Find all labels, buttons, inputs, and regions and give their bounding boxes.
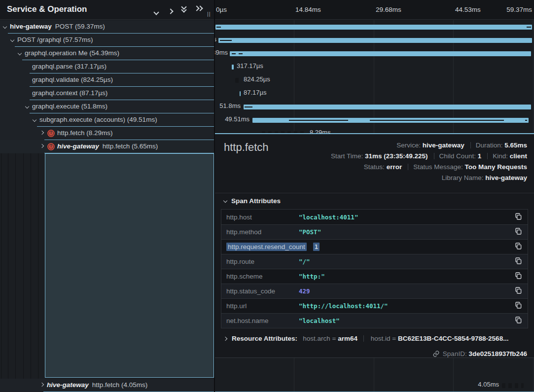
copy-icon[interactable] — [514, 286, 524, 296]
span-name: subgraph.execute (accounts) (49.51ms) — [39, 116, 157, 123]
attribute-key: http.route — [226, 258, 299, 265]
attribute-value: "localhost:4011" — [299, 214, 514, 221]
attribute-value: "http:" — [299, 273, 514, 280]
attribute-value: 1 — [313, 243, 320, 251]
span-name: graphql.parse (317.17µs) — [32, 63, 107, 70]
copy-icon[interactable] — [514, 227, 524, 237]
span-bar-http-fetch-4ms[interactable] — [502, 383, 524, 388]
span-bar-post[interactable] — [215, 25, 532, 30]
span-bar-operation-me[interactable] — [230, 51, 531, 56]
ruler-tick: 0µs — [216, 6, 227, 13]
copy-icon[interactable] — [514, 212, 524, 222]
copy-icon[interactable] — [514, 242, 524, 252]
meta-status-message: Too Many Requests — [464, 163, 527, 171]
tree-row-subgraph-execute[interactable]: subgraph.execute (accounts) (49.51ms) — [0, 113, 214, 127]
copy-icon[interactable] — [514, 272, 524, 282]
bar-duration-label: 317.17µs — [237, 62, 263, 70]
span-name: http.fetch (4.05ms) — [92, 381, 148, 389]
tree-row-post[interactable]: hive-gatewayPOST (59.37ms) — [0, 20, 214, 34]
attribute-key: http.scheme — [226, 273, 299, 280]
ruler-tick: 29.68ms — [376, 6, 401, 13]
chevron-right-icon — [223, 337, 227, 341]
attribute-key: http.url — [226, 302, 299, 310]
meta-library-name: hive-gateway — [485, 174, 527, 181]
service-name: hive-gateway — [57, 143, 99, 150]
bar-duration-label: 54.39ms — [215, 49, 228, 56]
timeline-ruler: 0µs 14.84ms 29.68ms 44.53ms 59.37ms — [215, 0, 534, 20]
span-detail-panel: http.fetch Service: hive-gatewayDuration… — [215, 133, 534, 358]
attribute-key: http.host — [226, 214, 299, 221]
span-bar-execute[interactable] — [244, 105, 531, 109]
span-bar-subgraph-execute[interactable] — [252, 118, 529, 123]
attribute-row: http.route "/" — [221, 254, 528, 269]
span-name: graphql.validate (824.25µs) — [32, 76, 113, 83]
span-bar-parse[interactable] — [232, 65, 234, 70]
span-name: POST (59.37ms) — [55, 23, 105, 30]
bar-duration-label: 49.51ms — [215, 115, 249, 123]
attribute-key: http.status_code — [226, 287, 299, 295]
tree-row-execute[interactable]: graphql.execute (51.8ms) — [0, 100, 214, 113]
link-icon[interactable] — [432, 350, 440, 357]
meta-duration: 5.65ms — [504, 142, 527, 149]
expand-all-icon[interactable] — [195, 6, 204, 13]
attribute-key: http.method — [226, 228, 299, 236]
service-name: hive-gateway — [47, 381, 89, 389]
span-bar-graphql[interactable] — [218, 38, 532, 43]
ruler-tick: 44.53ms — [455, 6, 481, 13]
span-bar-validate[interactable] — [235, 78, 240, 83]
meta-start-time: 31ms (23:35:49.225) — [365, 152, 428, 160]
resource-value: arm64 — [338, 335, 357, 342]
tree-row-http-fetch-4ms[interactable]: hive-gatewayhttp.fetch (4.05ms) — [0, 379, 214, 392]
expand-one-icon[interactable] — [169, 6, 178, 13]
span-attributes-table: http.host "localhost:4011" http.method "… — [221, 209, 528, 328]
resource-key: host.id — [371, 335, 391, 342]
tree-row-operation-me[interactable]: graphql.operation Me (54.39ms) — [0, 47, 214, 60]
copy-icon[interactable] — [514, 316, 524, 326]
tree-row-graphql[interactable]: POST /graphql (57.57ms) — [0, 34, 214, 47]
bar-duration-label: 87.17µs — [244, 89, 267, 96]
attribute-row: net.host.name "localhost" — [221, 313, 528, 328]
pane-resize-handle[interactable]: || — [207, 11, 211, 17]
attribute-key: http.request.resend_count — [226, 243, 307, 251]
copy-icon[interactable] — [514, 257, 524, 267]
collapse-one-icon[interactable] — [154, 7, 163, 14]
tree-row-http-fetch-5ms-selected[interactable]: hive-gatewayhttp.fetch (5.65ms) — [0, 140, 214, 153]
attribute-value: "localhost" — [299, 317, 514, 324]
span-name: graphql.context (87.17µs) — [32, 89, 107, 97]
collapse-all-icon[interactable] — [182, 5, 191, 12]
attribute-value: 429 — [299, 287, 514, 295]
ruler-tick: 59.37ms — [506, 6, 532, 13]
attribute-row-selected: http.request.resend_count 1 — [221, 239, 528, 254]
span-attributes-toggle[interactable]: Span Attributes — [224, 197, 281, 205]
tree-row-http-fetch-8ms[interactable]: http.fetch (8.29ms) — [0, 127, 214, 140]
detail-meta: Service: hive-gatewayDuration: 5.65ms St… — [331, 140, 527, 183]
tree-header-title: Service & Operation — [7, 4, 87, 14]
tree-row-validate[interactable]: graphql.validate (824.25µs) — [0, 73, 214, 87]
tree-header: Service & Operation || — [0, 0, 214, 20]
attribute-row: http.host "localhost:4011" — [221, 210, 528, 224]
attribute-value: "POST" — [299, 228, 514, 236]
attribute-row: http.url "http://localhost:4011/" — [221, 298, 528, 313]
attribute-value: "http://localhost:4011/" — [299, 302, 514, 310]
chevron-down-icon — [223, 199, 227, 203]
meta-status: error — [387, 163, 402, 171]
meta-child-count: 1 — [478, 152, 482, 160]
span-tree: hive-gatewayPOST (59.37ms) POST /graphql… — [0, 20, 214, 392]
span-id: SpanID: 3de02518937fb246 — [432, 350, 527, 357]
meta-kind: client — [510, 152, 527, 160]
attribute-row: http.status_code 429 — [221, 284, 528, 298]
span-id-value: 3de02518937fb246 — [468, 350, 527, 357]
resource-attributes-toggle[interactable]: Resource Attributes: host.arch = arm64 h… — [224, 335, 508, 342]
trace-viewer: Service & Operation || 0µs 14.84ms 29.68… — [0, 0, 534, 392]
bar-duration-label: 57.57ms — [215, 36, 216, 43]
tree-row-context[interactable]: graphql.context (87.17µs) — [0, 87, 214, 100]
tree-row-parse[interactable]: graphql.parse (317.17µs) — [0, 60, 214, 73]
span-bar-context[interactable] — [240, 91, 241, 96]
span-name: http.fetch (8.29ms) — [57, 129, 113, 137]
attribute-value: "/" — [299, 258, 514, 265]
span-name: http.fetch (5.65ms) — [103, 143, 158, 150]
copy-icon[interactable] — [514, 301, 524, 311]
ruler-tick: 14.84ms — [295, 6, 321, 13]
attribute-row: http.method "POST" — [221, 224, 528, 239]
bar-duration-label: 824.25µs — [244, 75, 270, 83]
